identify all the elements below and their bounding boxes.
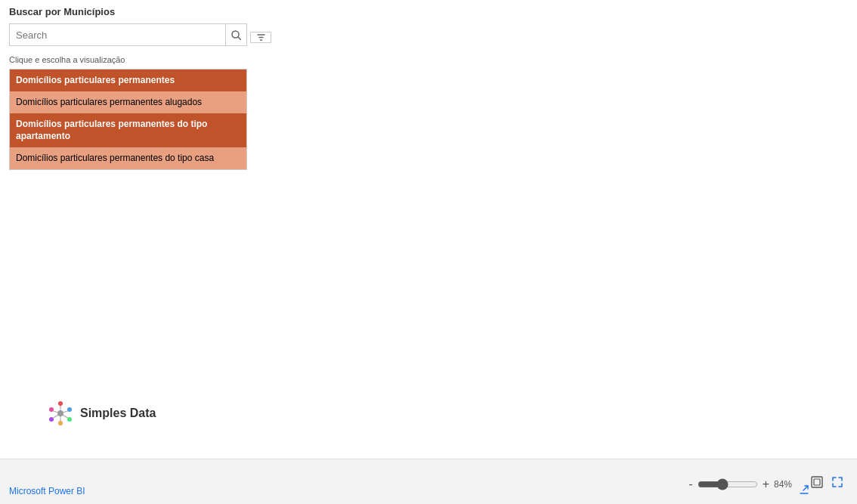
fullscreen-icon <box>831 476 843 488</box>
zoom-level-label: 84% <box>774 479 797 490</box>
svg-point-8 <box>49 407 54 412</box>
fit-icon <box>811 476 823 488</box>
zoom-slider[interactable] <box>698 478 758 490</box>
list-item[interactable]: Domicílios particulares permanentes alug… <box>10 91 246 113</box>
list-item[interactable]: Domicílios particulares permanentes <box>10 70 246 91</box>
svg-point-2 <box>57 410 63 416</box>
powerbi-link[interactable]: Microsoft Power BI <box>9 486 85 496</box>
zoom-out-button[interactable]: - <box>688 478 692 490</box>
list-item[interactable]: Domicílios particulares permanentes do t… <box>10 147 246 169</box>
fullscreen-button[interactable] <box>831 476 843 490</box>
logo-text: Simples Data <box>80 407 156 420</box>
panel-title: Buscar por Municípios <box>9 6 848 17</box>
search-icon[interactable] <box>225 24 246 45</box>
search-container <box>9 23 247 46</box>
svg-point-5 <box>67 417 72 422</box>
fit-page-button[interactable] <box>811 476 823 490</box>
zoom-controls: - + 84% <box>688 478 797 490</box>
svg-point-7 <box>49 417 54 422</box>
svg-line-10 <box>63 411 68 413</box>
search-row <box>9 23 848 51</box>
main-content: Buscar por Municípios Clique e escolha a… <box>0 0 857 459</box>
export-button[interactable] <box>798 484 810 498</box>
logo-icon <box>45 398 76 428</box>
svg-point-6 <box>58 421 63 425</box>
svg-line-11 <box>63 415 68 418</box>
bottom-bar: Microsoft Power BI - + 84% <box>0 459 857 504</box>
svg-line-17 <box>803 486 808 490</box>
search-input[interactable] <box>10 26 225 44</box>
svg-rect-15 <box>812 477 822 487</box>
svg-line-1 <box>238 37 241 40</box>
hint-text: Clique e escolha a visualização <box>9 55 848 64</box>
filter-icon[interactable] <box>250 32 271 43</box>
export-icon <box>798 484 810 496</box>
zoom-in-button[interactable]: + <box>763 478 769 490</box>
svg-point-4 <box>67 407 72 412</box>
svg-line-13 <box>54 415 59 418</box>
svg-point-3 <box>58 401 63 406</box>
list-item[interactable]: Domicílios particulares permanentes do t… <box>10 113 246 148</box>
svg-line-14 <box>54 411 59 413</box>
svg-rect-16 <box>814 479 820 485</box>
logo-container: Simples Data <box>45 398 156 428</box>
list-container: Domicílios particulares permanentesDomic… <box>9 69 247 170</box>
